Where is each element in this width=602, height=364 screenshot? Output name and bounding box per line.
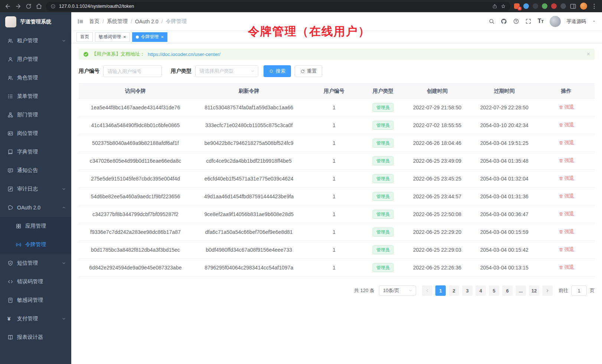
font-size-icon[interactable]: TT	[537, 18, 544, 24]
access-token-cell: c347026e805e4d99b0d116eae66eda8c	[79, 152, 192, 170]
page-button-12[interactable]: 12	[529, 285, 539, 296]
user-menu-caret-icon[interactable]	[592, 19, 596, 23]
tab-home[interactable]: 首页	[76, 32, 93, 42]
bookmark-star-icon[interactable]	[501, 4, 506, 9]
page-ellipsis[interactable]: ...	[516, 285, 526, 296]
extension-crimson-icon[interactable]	[551, 3, 557, 9]
breadcrumb-item[interactable]: 令牌管理	[166, 18, 187, 25]
column-header: 刷新令牌	[192, 84, 306, 99]
side-panel-icon[interactable]	[570, 3, 576, 10]
sidebar-item-tenant[interactable]: 租户管理	[0, 32, 71, 50]
breadcrumb-item[interactable]: 首页	[89, 18, 99, 25]
force-logout-button[interactable]: 强退	[559, 175, 574, 182]
expire-time-cell: 2054-03-04 01:32:04	[471, 170, 538, 188]
browser-profile-avatar[interactable]	[580, 3, 587, 10]
force-logout-label: 强退	[565, 175, 574, 182]
force-logout-button[interactable]: 强退	[559, 157, 574, 164]
help-icon[interactable]	[513, 18, 519, 24]
sidebar-item-notice[interactable]: 通知公告	[0, 161, 71, 180]
search-icon[interactable]	[488, 18, 495, 24]
browser-menu-icon[interactable]	[591, 3, 598, 10]
sidebar-item-label: OAuth 2.0	[17, 205, 40, 211]
broadcast-icon	[16, 242, 22, 248]
refresh-token-cell: e6cfd40eb1f54571a31e775e039c4624	[192, 170, 306, 188]
share-icon[interactable]	[492, 4, 497, 9]
chevron-down-icon	[62, 187, 66, 191]
user-type-cell: 管理员	[362, 188, 403, 205]
open-book-icon	[7, 334, 13, 340]
sidebar-item-label: 用户管理	[17, 56, 38, 63]
sidebar-item-oauth2[interactable]: OAuth 2.0	[0, 198, 71, 217]
reset-button-label: 重置	[307, 68, 317, 75]
prev-page-button[interactable]	[422, 285, 432, 296]
browser-home-icon[interactable]	[36, 3, 42, 10]
force-logout-label: 强退	[565, 104, 574, 110]
collapse-menu-icon[interactable]	[77, 18, 84, 25]
sidebar-item-sms[interactable]: 短信管理	[0, 254, 71, 272]
user-name[interactable]: 芋道源码	[567, 18, 586, 25]
alert-close-icon[interactable]: ×	[587, 51, 590, 57]
sidebar-item-role[interactable]: 角色管理	[0, 69, 71, 87]
page-button-2[interactable]: 2	[449, 285, 459, 296]
force-logout-label: 强退	[565, 264, 574, 271]
sidebar-item-report-designer[interactable]: 报表设计器	[0, 328, 71, 347]
github-icon[interactable]	[501, 18, 507, 24]
browser-forward-icon[interactable]	[15, 3, 22, 10]
tab-sensitive-word[interactable]: 敏感词管理×	[95, 32, 130, 42]
tab-close-icon[interactable]: ×	[161, 34, 164, 39]
reset-button[interactable]: 重置	[295, 65, 322, 77]
sidebar-item-menu[interactable]: 菜单管理	[0, 87, 71, 106]
sidebar-item-user[interactable]: 用户管理	[0, 50, 71, 69]
fullscreen-icon[interactable]	[525, 18, 531, 24]
browser-reload-icon[interactable]	[25, 3, 32, 10]
next-page-button[interactable]	[542, 285, 553, 296]
table-row: 502375b8040a469a9b82188afdf6af1fbe90422b…	[79, 134, 595, 152]
page-button-6[interactable]: 6	[502, 285, 513, 296]
user-avatar[interactable]	[550, 16, 561, 27]
page-button-1[interactable]: 1	[435, 285, 446, 296]
extension-gray-icon[interactable]	[560, 3, 566, 9]
extension-blue-icon[interactable]	[523, 3, 529, 9]
page-button-3[interactable]: 3	[462, 285, 472, 296]
address-bar[interactable]: 127.0.0.1:1024/system/oauth2/token	[46, 2, 510, 11]
sidebar-item-sensitive-word[interactable]: 敏感词管理	[0, 291, 71, 310]
extension-green-icon[interactable]	[542, 3, 547, 9]
sidebar-item-oauth2-app[interactable]: 应用管理	[0, 217, 71, 235]
breadcrumb-item[interactable]: 系统管理	[107, 18, 128, 25]
doc-link[interactable]: https://doc.iocoder.cn/user-center/	[148, 52, 220, 57]
sidebar-item-audit-log[interactable]: 审计日志	[0, 180, 71, 198]
extension-red-grid-icon[interactable]: 0	[514, 3, 520, 9]
extension-dark-icon[interactable]	[533, 3, 538, 9]
sidebar-item-oauth2-token[interactable]: 令牌管理	[0, 235, 71, 254]
sidebar-item-error-code[interactable]: 错误码管理	[0, 272, 71, 291]
grid-icon	[16, 223, 22, 229]
tab-close-icon[interactable]: ×	[123, 34, 126, 39]
page-button-4[interactable]: 4	[475, 285, 486, 296]
page-size-select[interactable]: 10条/页	[379, 285, 416, 296]
search-button[interactable]: 搜索	[264, 65, 291, 77]
sidebar-item-post[interactable]: 岗位管理	[0, 124, 71, 143]
user-id-input[interactable]	[103, 65, 162, 77]
sidebar-item-dept[interactable]: 部门管理	[0, 106, 71, 124]
tab-token[interactable]: 令牌管理×	[132, 32, 168, 42]
create-time-cell: 2022-06-25 23:45:25	[404, 170, 471, 188]
force-logout-button[interactable]: 强退	[559, 264, 574, 271]
force-logout-button[interactable]: 强退	[559, 193, 574, 199]
sidebar-item-pay[interactable]: ¥支付管理	[0, 310, 71, 328]
force-logout-button[interactable]: 强退	[559, 122, 574, 128]
force-logout-button[interactable]: 强退	[559, 246, 574, 253]
force-logout-button[interactable]: 强退	[559, 211, 574, 217]
sidebar-item-dict[interactable]: 字典管理	[0, 143, 71, 161]
browser-back-icon[interactable]	[4, 3, 11, 10]
create-time-cell: 2022-07-02 18:55:55	[404, 116, 471, 134]
force-logout-button[interactable]: 强退	[559, 139, 574, 146]
table-row: 6d842e2924594de9a09e45e087323abe8796295f…	[79, 259, 595, 277]
site-info-icon[interactable]	[50, 4, 56, 9]
force-logout-button[interactable]: 强退	[559, 228, 574, 235]
goto-page-input[interactable]	[571, 285, 587, 296]
expire-time-cell: 2054-03-04 01:35:48	[471, 152, 538, 170]
force-logout-button[interactable]: 强退	[559, 104, 574, 110]
page-button-5[interactable]: 5	[489, 285, 499, 296]
user-type-select[interactable]: 请选择用户类型	[195, 65, 258, 77]
breadcrumb-item[interactable]: OAuth 2.0	[135, 19, 158, 24]
